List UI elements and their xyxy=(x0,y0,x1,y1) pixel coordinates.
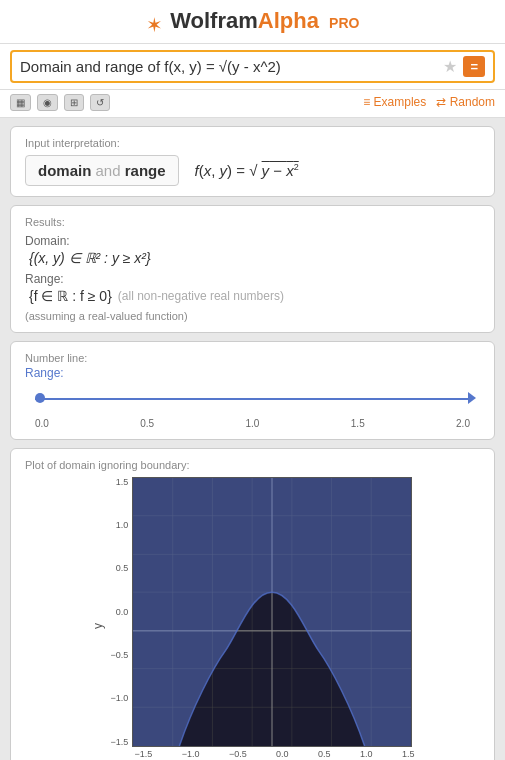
results-card: Results: Domain: {(x, y) ∈ ℝ² : y ≥ x²} … xyxy=(10,205,495,333)
range-desc: (all non-negative real numbers) xyxy=(118,289,284,303)
star-icon[interactable]: ★ xyxy=(443,57,457,76)
results-label: Results: xyxy=(25,216,480,228)
logo-pro: PRO xyxy=(329,15,359,31)
number-line-card: Number line: Range: 0.0 0.5 1.0 1.5 2.0 xyxy=(10,341,495,440)
y-axis-label: y xyxy=(91,623,105,629)
interp-domain-range: domain and range xyxy=(25,155,179,186)
toolbar-icon-2[interactable]: ◉ xyxy=(37,94,58,111)
search-input[interactable] xyxy=(20,58,443,75)
header: ✶ WolframAlpha PRO xyxy=(0,0,505,44)
domain-sub-label: Domain: xyxy=(25,234,480,248)
tick-1: 0.5 xyxy=(140,418,154,429)
y-tick-n1.0: −1.0 xyxy=(111,693,129,703)
tick-2: 1.0 xyxy=(246,418,260,429)
examples-link[interactable]: ≡ Examples xyxy=(363,95,426,109)
toolbar-icon-1[interactable]: ▦ xyxy=(10,94,31,111)
range-row: {f ∈ ℝ : f ≥ 0} (all non-negative real n… xyxy=(25,288,480,304)
y-tick-labels: 1.5 1.0 0.5 0.0 −0.5 −1.0 −1.5 xyxy=(111,477,129,747)
input-interpretation-card: Input interpretation: domain and range f… xyxy=(10,126,495,197)
logo-alpha: Alpha xyxy=(258,8,319,33)
y-tick-1.5: 1.5 xyxy=(111,477,129,487)
number-line-wrapper xyxy=(35,386,470,414)
logo-text: WolframAlpha xyxy=(170,8,325,33)
plot-title: Plot of domain ignoring boundary: xyxy=(25,459,480,471)
x-tick-1.5: 1.5 xyxy=(402,749,415,759)
tick-3: 1.5 xyxy=(351,418,365,429)
toolbar-left: ▦ ◉ ⊞ ↺ xyxy=(10,94,110,111)
y-tick-n0.5: −0.5 xyxy=(111,650,129,660)
number-line-range-label: Range: xyxy=(25,366,480,380)
x-tick-0.5: 0.5 xyxy=(318,749,331,759)
search-icons: ★ = xyxy=(443,56,485,77)
x-tick-labels: −1.5 −1.0 −0.5 0.0 0.5 1.0 1.5 xyxy=(135,749,415,759)
logo-wolfram: Wolfram xyxy=(170,8,258,33)
search-bar: ★ = xyxy=(10,50,495,83)
plot-container: y 1.5 1.0 0.5 0.0 −0.5 −1.0 −1.5 xyxy=(25,477,480,760)
toolbar-icon-4[interactable]: ↺ xyxy=(90,94,110,111)
nl-tick-labels: 0.0 0.5 1.0 1.5 2.0 xyxy=(35,418,470,429)
nl-dot xyxy=(35,393,45,403)
toolbar: ▦ ◉ ⊞ ↺ ≡ Examples ⇄ Random xyxy=(0,90,505,118)
plot-svg xyxy=(133,478,411,746)
nl-line xyxy=(35,398,470,400)
logo-star-icon: ✶ xyxy=(146,13,163,37)
x-tick-0.0: 0.0 xyxy=(276,749,289,759)
toolbar-icon-3[interactable]: ⊞ xyxy=(64,94,84,111)
tick-4: 2.0 xyxy=(456,418,470,429)
y-tick-0.5: 0.5 xyxy=(111,563,129,573)
go-button[interactable]: = xyxy=(463,56,485,77)
plot-area xyxy=(132,477,412,747)
y-tick-n1.5: −1.5 xyxy=(111,737,129,747)
range-math: {f ∈ ℝ : f ≥ 0} xyxy=(29,288,112,304)
range-label: range xyxy=(125,162,166,179)
toolbar-right: ≡ Examples ⇄ Random xyxy=(363,95,495,109)
input-interpretation-label: Input interpretation: xyxy=(25,137,480,149)
range-sub-label: Range: xyxy=(25,272,480,286)
x-tick-n1.5: −1.5 xyxy=(135,749,153,759)
tick-0: 0.0 xyxy=(35,418,49,429)
interp-formula: f(x, y) = √ y − x2 xyxy=(195,162,299,179)
y-tick-0.0: 0.0 xyxy=(111,607,129,617)
nl-arrow-icon xyxy=(468,392,476,404)
y-tick-1.0: 1.0 xyxy=(111,520,129,530)
input-interp: domain and range f(x, y) = √ y − x2 xyxy=(25,155,480,186)
results-note: (assuming a real-valued function) xyxy=(25,310,480,322)
x-tick-n1.0: −1.0 xyxy=(182,749,200,759)
and-label: and xyxy=(96,162,125,179)
number-line-label: Number line: xyxy=(25,352,480,364)
search-bar-container: ★ = xyxy=(0,44,505,90)
main-content: Input interpretation: domain and range f… xyxy=(0,118,505,760)
domain-label: domain xyxy=(38,162,91,179)
domain-math: {(x, y) ∈ ℝ² : y ≥ x²} xyxy=(29,250,480,266)
random-link[interactable]: ⇄ Random xyxy=(436,95,495,109)
x-tick-n0.5: −0.5 xyxy=(229,749,247,759)
x-tick-1.0: 1.0 xyxy=(360,749,373,759)
plot-card: Plot of domain ignoring boundary: y 1.5 … xyxy=(10,448,495,760)
